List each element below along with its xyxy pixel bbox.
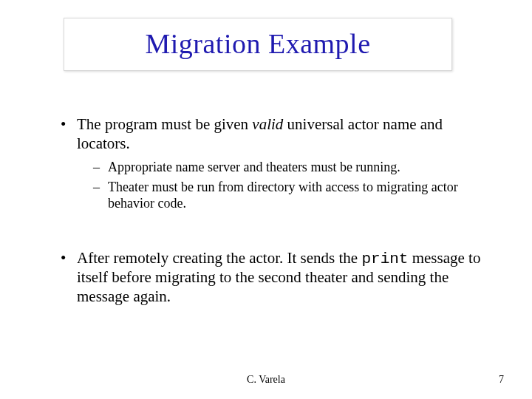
content-area: The program must be given valid universa… bbox=[59, 115, 495, 314]
sub-bullet-1: Appropriate name server and theaters mus… bbox=[93, 159, 495, 176]
bullet-list: The program must be given valid universa… bbox=[59, 115, 495, 212]
footer-author: C. Varela bbox=[0, 374, 532, 386]
bullet2-text-pre: After remotely creating the actor. It se… bbox=[77, 249, 361, 267]
bullet-item-2: After remotely creating the actor. It se… bbox=[59, 249, 495, 307]
slide-title: Migration Example bbox=[70, 27, 446, 60]
footer-page-number: 7 bbox=[499, 374, 504, 386]
sub-bullet-2: Theater must be run from directory with … bbox=[93, 179, 495, 212]
bullet-item-1: The program must be given valid universa… bbox=[59, 115, 495, 212]
bullet1-text-pre: The program must be given bbox=[77, 115, 252, 133]
slide: Migration Example The program must be gi… bbox=[0, 0, 532, 399]
spacer bbox=[59, 219, 495, 249]
bullet-list-2: After remotely creating the actor. It se… bbox=[59, 249, 495, 307]
sub-bullet-list: Appropriate name server and theaters mus… bbox=[77, 159, 495, 212]
bullet1-text-emph: valid bbox=[252, 115, 283, 133]
title-box: Migration Example bbox=[64, 18, 452, 71]
bullet2-code: print bbox=[361, 250, 408, 267]
